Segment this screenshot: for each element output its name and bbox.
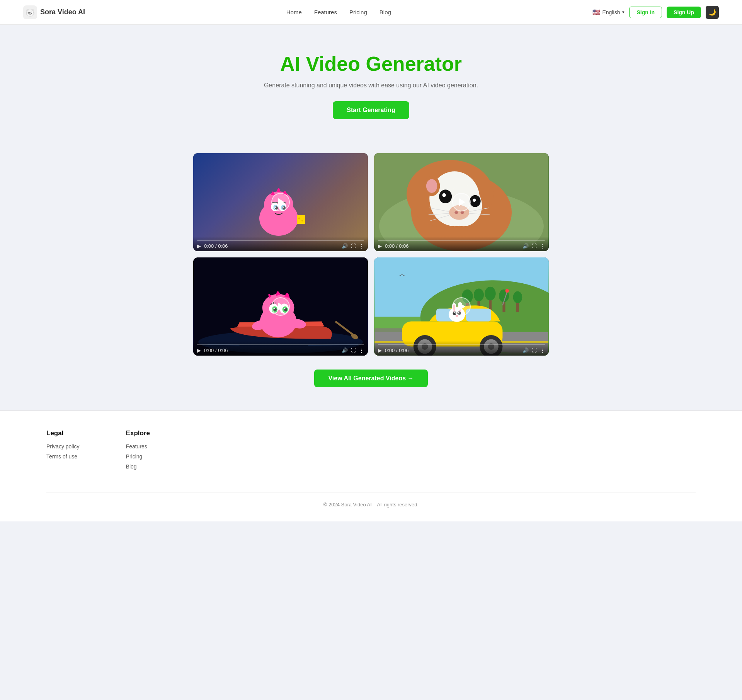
fullscreen-icon-4[interactable]: ⛶ <box>532 347 537 353</box>
play-icon-1[interactable]: ▶ <box>197 243 201 249</box>
video-controls-2: ▶ 0:00 / 0:06 🔊 ⛶ ⋮ <box>374 237 549 251</box>
svg-point-96 <box>456 315 458 317</box>
play-icon-4[interactable]: ▶ <box>378 347 382 353</box>
svg-point-38 <box>442 193 446 197</box>
volume-icon-1[interactable]: 🔊 <box>342 243 348 249</box>
video-controls-4: ▶ 0:00 / 0:06 🔊 ⛶ ⋮ <box>374 341 549 356</box>
play-button-1[interactable] <box>271 193 290 211</box>
video-card-1: ▶ 0:00 / 0:06 🔊 ⛶ ⋮ <box>193 153 368 251</box>
video-card-2: ▶ 0:00 / 0:06 🔊 ⛶ ⋮ <box>374 153 549 251</box>
more-icon-3[interactable]: ⋮ <box>359 347 364 353</box>
svg-point-77 <box>485 287 495 300</box>
time-display-2: 0:00 / 0:06 <box>385 243 408 249</box>
fullscreen-icon-1[interactable]: ⛶ <box>351 243 356 249</box>
copyright-text: © 2024 Sora Video AI – All rights reserv… <box>323 502 419 508</box>
video-grid: ▶ 0:00 / 0:06 🔊 ⛶ ⋮ <box>193 153 549 356</box>
svg-point-81 <box>513 291 522 303</box>
footer-bottom: © 2024 Sora Video AI – All rights reserv… <box>46 492 696 508</box>
hero-title: AI Video Generator <box>8 53 734 76</box>
nav-blog[interactable]: Blog <box>380 9 391 15</box>
more-icon-1[interactable]: ⋮ <box>359 243 364 249</box>
nav-right: 🇺🇸 English ▾ Sign In Sign Up 🌙 <box>592 6 719 19</box>
svg-point-39 <box>473 198 476 201</box>
svg-point-75 <box>474 288 484 301</box>
video-controls-3: ▶ 0:00 / 0:06 🔊 ⛶ ⋮ <box>193 341 368 356</box>
time-display-3: 0:00 / 0:06 <box>204 347 228 353</box>
view-all-section: View All Generated Videos → <box>193 370 549 387</box>
video-card-3: ▶ 0:00 / 0:06 🔊 ⛶ ⋮ <box>193 257 368 356</box>
footer-explore-col: Explore Features Pricing Blog <box>126 429 150 473</box>
hero-section: AI Video Generator Generate stunning and… <box>0 25 742 135</box>
video-card-4: ▶ 0:00 / 0:06 🔊 ⛶ ⋮ <box>374 257 549 356</box>
nav-home[interactable]: Home <box>286 9 302 15</box>
svg-point-34 <box>454 211 458 214</box>
svg-rect-24 <box>297 215 305 224</box>
footer-features-link[interactable]: Features <box>126 443 150 450</box>
nav-links: Home Features Pricing Blog <box>286 9 391 16</box>
site-logo[interactable]: Sora Video AI <box>23 5 85 19</box>
footer-explore-heading: Explore <box>126 429 150 437</box>
svg-point-26 <box>301 220 303 221</box>
play-button-4[interactable] <box>452 297 471 316</box>
footer-legal-heading: Legal <box>46 429 80 437</box>
chevron-down-icon: ▾ <box>622 10 625 15</box>
view-all-button[interactable]: View All Generated Videos → <box>314 370 427 387</box>
flag-icon: 🇺🇸 <box>592 9 600 16</box>
video-controls-1: ▶ 0:00 / 0:06 🔊 ⛶ ⋮ <box>193 237 368 251</box>
fullscreen-icon-3[interactable]: ⛶ <box>351 347 356 353</box>
play-button-2[interactable] <box>452 193 471 211</box>
volume-icon-4[interactable]: 🔊 <box>522 347 529 353</box>
signin-button[interactable]: Sign In <box>629 7 662 18</box>
footer-pricing-link[interactable]: Pricing <box>126 453 150 460</box>
progress-bar-4[interactable] <box>378 344 545 345</box>
svg-point-6 <box>29 12 29 13</box>
language-selector[interactable]: 🇺🇸 English ▾ <box>592 9 625 16</box>
more-icon-4[interactable]: ⋮ <box>540 347 545 353</box>
svg-point-36 <box>439 189 452 203</box>
progress-bar-2[interactable] <box>378 240 545 241</box>
footer-blog-link[interactable]: Blog <box>126 463 150 470</box>
logo-icon <box>23 5 37 19</box>
start-generating-button[interactable]: Start Generating <box>333 101 409 119</box>
progress-bar-3[interactable] <box>197 344 364 345</box>
svg-point-46 <box>426 179 437 192</box>
nav-features[interactable]: Features <box>314 9 337 15</box>
time-display-4: 0:00 / 0:06 <box>385 347 408 353</box>
fullscreen-icon-2[interactable]: ⛶ <box>532 243 537 249</box>
svg-point-3 <box>27 10 34 16</box>
language-label: English <box>602 9 620 15</box>
play-button-3[interactable] <box>271 297 290 316</box>
play-icon-2[interactable]: ▶ <box>378 243 382 249</box>
nav-pricing[interactable]: Pricing <box>349 9 367 15</box>
footer-legal-col: Legal Privacy policy Terms of use <box>46 429 80 473</box>
svg-point-104 <box>505 289 509 293</box>
footer-privacy-link[interactable]: Privacy policy <box>46 443 80 450</box>
signup-button[interactable]: Sign Up <box>667 7 701 18</box>
play-icon-3[interactable]: ▶ <box>197 347 201 353</box>
time-display-1: 0:00 / 0:06 <box>204 243 228 249</box>
video-section: ▶ 0:00 / 0:06 🔊 ⛶ ⋮ <box>186 153 556 388</box>
more-icon-2[interactable]: ⋮ <box>540 243 545 249</box>
volume-icon-3[interactable]: 🔊 <box>342 347 348 353</box>
site-name: Sora Video AI <box>40 8 85 16</box>
volume-icon-2[interactable]: 🔊 <box>522 243 529 249</box>
navbar: Sora Video AI Home Features Pricing Blog… <box>0 0 742 25</box>
footer-terms-link[interactable]: Terms of use <box>46 453 80 460</box>
footer-columns: Legal Privacy policy Terms of use Explor… <box>46 429 696 473</box>
footer: Legal Privacy policy Terms of use Explor… <box>0 410 742 521</box>
svg-point-7 <box>31 12 32 13</box>
svg-point-25 <box>298 218 300 220</box>
hero-subtitle: Generate stunning and unique videos with… <box>8 82 734 89</box>
dark-mode-toggle[interactable]: 🌙 <box>706 6 719 19</box>
svg-point-35 <box>461 211 464 214</box>
progress-bar-1[interactable] <box>197 240 364 241</box>
